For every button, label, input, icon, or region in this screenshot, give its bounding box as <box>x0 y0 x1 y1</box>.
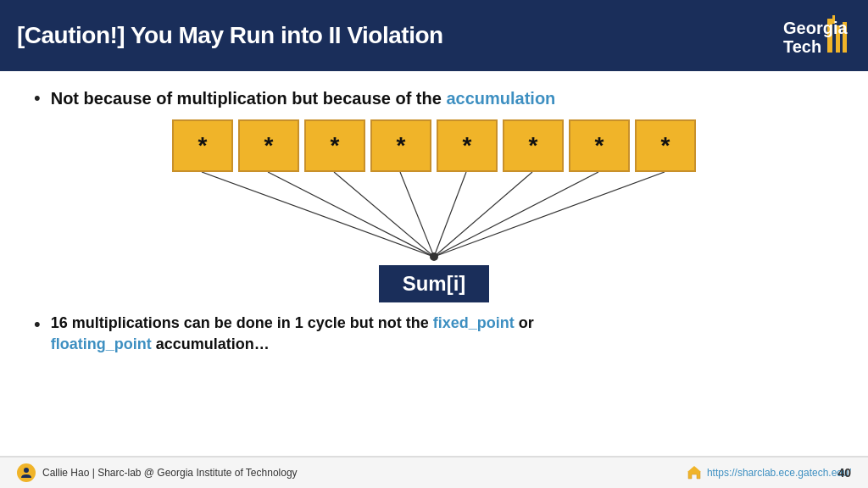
box-8: * <box>635 119 696 172</box>
bullet-item-2: • 16 multiplications can be done in 1 cy… <box>34 313 834 355</box>
svg-line-12 <box>434 172 598 257</box>
logo-svg: Georgia Tech <box>783 10 851 61</box>
svg-line-7 <box>268 172 434 257</box>
footer-author-area: Callie Hao | Sharc-lab @ Georgia Institu… <box>17 463 298 482</box>
bullet-text-2: 16 multiplications can be done in 1 cycl… <box>51 313 534 355</box>
highlight-accumulation: accumulation <box>446 89 555 108</box>
box-4: * <box>370 119 431 172</box>
svg-marker-16 <box>687 466 701 472</box>
box-5: * <box>437 119 498 172</box>
bullet-text-1: Not because of multiplication but becaus… <box>51 86 556 110</box>
slide-footer: Callie Hao | Sharc-lab @ Georgia Institu… <box>0 456 868 488</box>
bullet-dot-1: • <box>34 86 41 111</box>
box-1: * <box>172 119 233 172</box>
svg-line-8 <box>334 172 434 257</box>
bullet-dot-2: • <box>34 313 41 337</box>
svg-line-10 <box>434 172 466 257</box>
svg-point-14 <box>430 252 438 261</box>
slide-header: [Caution!] You May Run into II Violation… <box>0 0 868 71</box>
svg-point-15 <box>24 468 29 473</box>
svg-line-11 <box>434 172 532 257</box>
svg-line-6 <box>202 172 434 257</box>
svg-line-13 <box>434 172 665 257</box>
footer-link-area: https://sharclab.ece.gatech.edu/ <box>687 465 851 480</box>
box-3: * <box>304 119 365 172</box>
highlight-floating-point: floating_point <box>51 336 152 352</box>
footer-url[interactable]: https://sharclab.ece.gatech.edu/ <box>707 467 851 479</box>
convergence-lines-svg <box>171 172 697 265</box>
bullet-item-1: • Not because of multiplication but beca… <box>34 86 834 111</box>
slide-content: • Not because of multiplication but beca… <box>0 71 868 372</box>
box-2: * <box>238 119 299 172</box>
sum-box: Sum[i] <box>379 265 490 302</box>
box-6: * <box>503 119 564 172</box>
svg-text:Georgia: Georgia <box>783 19 848 37</box>
author-icon <box>17 463 36 482</box>
svg-text:Tech: Tech <box>783 37 821 56</box>
footer-author-text: Callie Hao | Sharc-lab @ Georgia Institu… <box>42 467 298 479</box>
slide-title: [Caution!] You May Run into II Violation <box>17 22 443 49</box>
svg-line-9 <box>400 172 434 257</box>
georgia-tech-logo: Georgia Tech <box>783 10 851 61</box>
diagram-area: * * * * * * * * <box>34 119 834 302</box>
box-7: * <box>569 119 630 172</box>
page-number: 40 <box>837 466 851 480</box>
boxes-row: * * * * * * * * <box>172 119 696 172</box>
home-icon <box>687 465 702 480</box>
highlight-fixed-point: fixed_point <box>433 314 515 331</box>
